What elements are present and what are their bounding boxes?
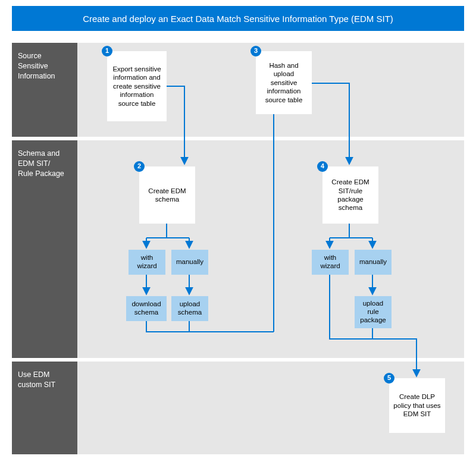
step-5-badge: 5 xyxy=(384,373,394,384)
diagram-title: Create and deploy an Exact Data Match Se… xyxy=(83,14,393,24)
swimlane-source-label: Source Sensitive Information xyxy=(12,43,77,137)
step-1-text: Export sensitive information and create … xyxy=(111,65,163,108)
swimlane-schema: Schema and EDM SIT/ Rule Package xyxy=(12,138,464,358)
step-1-box: 1 Export sensitive information and creat… xyxy=(107,51,167,121)
option-a-wizard: with wizard xyxy=(129,250,165,275)
swimlane-schema-label: Schema and EDM SIT/ Rule Package xyxy=(12,140,77,358)
step-3-badge: 3 xyxy=(250,46,261,56)
step-2-text: Create EDM schema xyxy=(143,187,192,204)
step-3-box: 3 Hash and upload sensitive information … xyxy=(256,51,312,114)
option-a-upload: upload schema xyxy=(171,296,208,321)
step-5-text: Create DLP policy that uses EDM SIT xyxy=(393,392,441,418)
option-b-wizard: with wizard xyxy=(312,250,349,275)
step-4-text: Create EDM SIT/rule package schema xyxy=(326,178,375,212)
diagram-canvas: Create and deploy an Exact Data Match Se… xyxy=(0,0,476,465)
step-5-box: 5 Create DLP policy that uses EDM SIT xyxy=(389,378,445,433)
option-a-download: download schema xyxy=(126,296,167,321)
step-2-box: 2 Create EDM schema xyxy=(139,166,195,224)
option-a-manual: manually xyxy=(171,250,208,275)
step-4-badge: 4 xyxy=(317,161,328,172)
diagram-title-bar: Create and deploy an Exact Data Match Se… xyxy=(12,6,464,31)
option-b-manual: manually xyxy=(355,250,392,275)
swimlane-source: Source Sensitive Information xyxy=(12,40,464,137)
option-b-upload: upload rule package xyxy=(355,296,392,328)
swimlane-use-label: Use EDM custom SIT xyxy=(12,362,77,454)
step-2-badge: 2 xyxy=(134,161,145,172)
step-1-badge: 1 xyxy=(102,46,112,56)
step-4-box: 4 Create EDM SIT/rule package schema xyxy=(322,166,378,224)
step-3-text: Hash and upload sensitive information so… xyxy=(259,61,308,104)
